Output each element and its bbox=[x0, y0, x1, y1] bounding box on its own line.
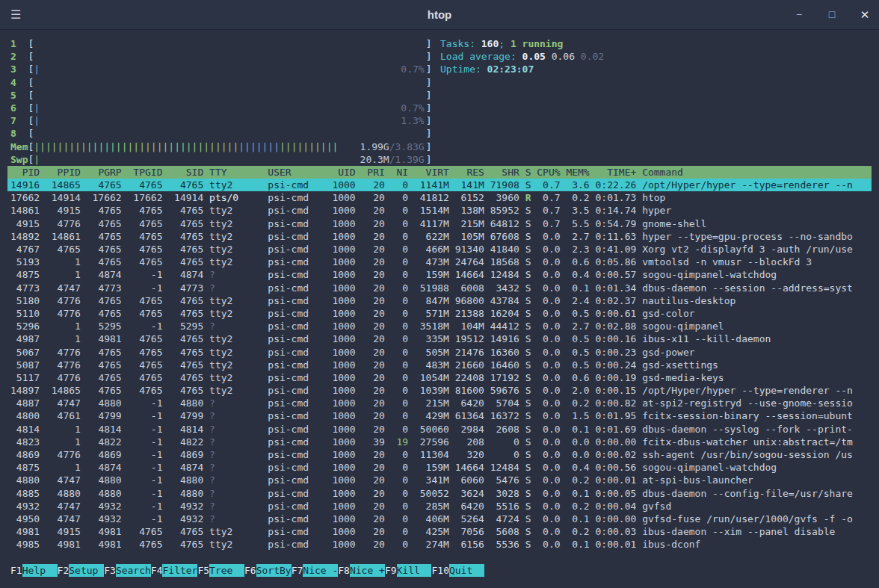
column-header-user[interactable]: USER bbox=[268, 166, 326, 179]
cell-s: S bbox=[519, 320, 531, 332]
fn-f8-nice[interactable]: F8Nice + bbox=[338, 564, 385, 577]
column-header-s[interactable]: S bbox=[519, 166, 531, 179]
cell-res: 105M bbox=[449, 230, 484, 243]
cell-shr: 3960 bbox=[484, 191, 519, 204]
fn-key-label: F9 bbox=[385, 565, 397, 576]
cell-virt: 622M bbox=[408, 230, 449, 243]
cell-virt: 41812 bbox=[408, 191, 449, 204]
fn-f10-quit[interactable]: F10Quit bbox=[431, 564, 484, 577]
cell-command: fcitx-session-binary --session=ubunt bbox=[642, 409, 864, 422]
process-row-pid-5180[interactable]: 51804776476547654765tty2psi-cmd100020084… bbox=[7, 294, 872, 307]
column-header-cpu[interactable]: CPU% bbox=[531, 166, 560, 179]
process-row-pid-4869[interactable]: 486947764869-14869?psi-cmd10002001130432… bbox=[7, 448, 872, 461]
fn-f1-help[interactable]: F1Help bbox=[10, 564, 58, 577]
cell-tpgid: 4765 bbox=[122, 256, 163, 268]
process-row-pid-4985[interactable]: 49854981498147654765tty2psi-cmd100020027… bbox=[7, 538, 872, 551]
swap-meter-bar: |20.3M/1.39G bbox=[34, 153, 425, 166]
process-row-pid-5110[interactable]: 51104776476547654765tty2psi-cmd100020057… bbox=[7, 307, 872, 320]
process-row-pid-5193[interactable]: 51931476547654765tty2psi-cmd1000200473M2… bbox=[7, 256, 872, 268]
process-row-pid-4875[interactable]: 487514874-14874?psi-cmd1000200159M146641… bbox=[7, 461, 872, 474]
cell-pgrp: 4765 bbox=[81, 371, 122, 384]
hamburger-menu-icon[interactable]: ☰ bbox=[10, 7, 21, 22]
process-row-pid-5087[interactable]: 50874776476547654765tty2psi-cmd100020048… bbox=[7, 359, 872, 371]
process-row-pid-4814[interactable]: 481414814-14814?psi-cmd10002005006029842… bbox=[7, 423, 872, 436]
cell-s: S bbox=[519, 500, 531, 513]
column-header-uid[interactable]: UID bbox=[327, 166, 356, 179]
cell-s: S bbox=[519, 461, 531, 474]
process-row-pid-4823[interactable]: 482314822-14822?psi-cmd10003919275962080… bbox=[7, 436, 872, 448]
cell-pri: 20 bbox=[356, 204, 385, 217]
fn-f7-nice[interactable]: F7Nice - bbox=[292, 564, 339, 577]
fn-f9-kill[interactable]: F9Kill bbox=[385, 564, 432, 577]
cell-tpgid: 17662 bbox=[122, 191, 163, 204]
process-row-pid-4773[interactable]: 477347474773-14773?psi-cmd10002005198860… bbox=[7, 282, 872, 294]
cell-sid: 4874 bbox=[162, 461, 203, 474]
process-row-pid-4800[interactable]: 480047614799-14799?psi-cmd1000200429M613… bbox=[7, 409, 872, 422]
maximize-icon[interactable]: □ bbox=[825, 8, 839, 22]
process-row-pid-5067[interactable]: 50674776476547654765tty2psi-cmd100020050… bbox=[7, 346, 872, 359]
cell-res: 6156 bbox=[449, 538, 484, 551]
process-row-pid-14916[interactable]: 1491614865476547654765tty2psi-cmd1000200… bbox=[7, 179, 872, 191]
cell-user: psi-cmd bbox=[268, 230, 326, 243]
process-row-pid-14861[interactable]: 148614915476547654765tty2psi-cmd10002001… bbox=[7, 204, 872, 217]
column-header-ppid[interactable]: PPID bbox=[40, 166, 81, 179]
cell-shr: 5536 bbox=[484, 538, 519, 551]
process-row-pid-4885[interactable]: 488548804880-14880?psi-cmd10002005005236… bbox=[7, 487, 872, 500]
cell-user: psi-cmd bbox=[268, 525, 326, 538]
process-row-pid-4987[interactable]: 49871498147654765tty2psi-cmd1000200335M1… bbox=[7, 332, 872, 345]
column-header-tpgid[interactable]: TPGID bbox=[122, 166, 163, 179]
process-row-pid-4767[interactable]: 47674765476547654765tty2psi-cmd100020046… bbox=[7, 243, 872, 256]
cpu-meter-label: 2 bbox=[10, 50, 28, 63]
process-row-pid-4875[interactable]: 487514874-14874?psi-cmd1000200159M146641… bbox=[7, 268, 872, 281]
process-row-pid-4880[interactable]: 488047474880-14880?psi-cmd1000200341M606… bbox=[7, 474, 872, 486]
column-header-mem[interactable]: MEM% bbox=[561, 166, 590, 179]
cell-tpgid: 4765 bbox=[122, 217, 163, 230]
fn-f6-sortby[interactable]: F6SortBy bbox=[244, 564, 292, 577]
cell-mem: 3.6 bbox=[561, 179, 590, 191]
cell-uid: 1000 bbox=[327, 384, 356, 397]
fn-f3-search[interactable]: F3Search bbox=[104, 564, 151, 577]
fn-key-label: F5 bbox=[197, 565, 209, 576]
cell-cpu: 0.0 bbox=[531, 307, 560, 320]
fn-f5-tree[interactable]: F5Tree bbox=[197, 564, 244, 577]
cell-sid: 4765 bbox=[162, 538, 203, 551]
fn-f4-filter[interactable]: F4Filter bbox=[151, 564, 198, 577]
cell-res: 320 bbox=[449, 448, 484, 461]
column-header-pgrp[interactable]: PGRP bbox=[81, 166, 122, 179]
column-header-pid[interactable]: PID bbox=[10, 166, 40, 179]
cell-virt: 159M bbox=[408, 268, 449, 281]
process-row-pid-4915[interactable]: 49154776476547654765tty2psi-cmd100020041… bbox=[7, 217, 872, 230]
column-header-pri[interactable]: PRI bbox=[356, 166, 385, 179]
process-row-pid-4887[interactable]: 488747474880-14880?psi-cmd1000200215M642… bbox=[7, 397, 872, 409]
close-icon[interactable]: ✕ bbox=[858, 8, 872, 22]
cell-user: psi-cmd bbox=[268, 359, 326, 371]
cell-virt: 50052 bbox=[408, 487, 449, 500]
process-row-pid-14892[interactable]: 1489214861476547654765tty2psi-cmd1000200… bbox=[7, 230, 872, 243]
minimize-icon[interactable]: − bbox=[792, 8, 806, 22]
cell-ni: 0 bbox=[385, 359, 408, 371]
process-row-pid-4932[interactable]: 493247474932-14932?psi-cmd1000200285M642… bbox=[7, 500, 872, 513]
cpu-meter-label: 4 bbox=[10, 76, 28, 89]
cell-virt: 505M bbox=[408, 346, 449, 359]
cell-command: Xorg vt2 -displayfd 3 -auth /run/use bbox=[642, 243, 864, 256]
column-header-res[interactable]: RES bbox=[449, 166, 484, 179]
cell-uid: 1000 bbox=[327, 371, 356, 384]
column-header-tty[interactable]: TTY bbox=[209, 166, 262, 179]
uptime: Uptime:02:23:07 bbox=[437, 63, 604, 75]
process-row-pid-5117[interactable]: 51174776476547654765tty2psi-cmd100020010… bbox=[7, 371, 872, 384]
column-header-virt[interactable]: VIRT bbox=[408, 166, 449, 179]
process-row-pid-14897[interactable]: 1489714865476547654765tty2psi-cmd1000200… bbox=[7, 384, 872, 397]
column-header-shr[interactable]: SHR bbox=[484, 166, 519, 179]
column-header-sid[interactable]: SID bbox=[162, 166, 203, 179]
column-header-command[interactable]: Command bbox=[642, 166, 864, 179]
process-row-pid-4981[interactable]: 49814915498147654765tty2psi-cmd100020042… bbox=[7, 525, 872, 538]
column-header-time[interactable]: TIME+ bbox=[590, 166, 637, 179]
column-header-ni[interactable]: NI bbox=[385, 166, 408, 179]
process-row-pid-4950[interactable]: 495047474932-14932?psi-cmd1000200406M526… bbox=[7, 513, 872, 525]
cell-command: ibus-x11 --kill-daemon bbox=[642, 332, 864, 345]
process-row-pid-5296[interactable]: 529615295-15295?psi-cmd10002003518M104M4… bbox=[7, 320, 872, 332]
cpu-meter-label: 8 bbox=[10, 127, 28, 140]
process-row-pid-17662[interactable]: 1766214914176621766214914pts/0psi-cmd100… bbox=[7, 191, 872, 204]
fn-f2-setup[interactable]: F2Setup bbox=[58, 564, 105, 577]
cell-virt: 847M bbox=[408, 294, 449, 307]
